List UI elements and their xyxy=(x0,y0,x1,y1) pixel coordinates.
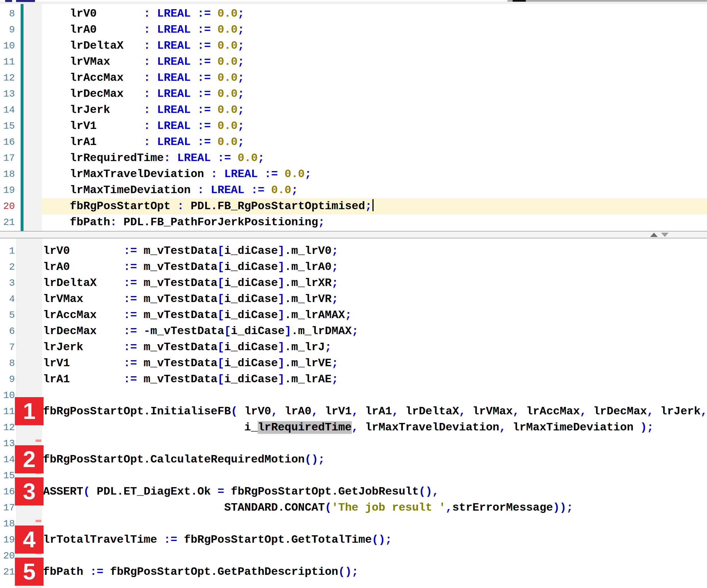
line-margin xyxy=(16,259,42,275)
code-line[interactable]: 4lrVMax := m_vTestData[i_diCase].m_lrVR; xyxy=(0,291,707,307)
line-margin xyxy=(16,134,42,150)
code-line[interactable]: 6lrDecMax := -m_vTestData[i_diCase].m_lr… xyxy=(0,323,707,339)
token: := xyxy=(124,261,144,273)
line-number: 17 xyxy=(0,150,16,166)
line-number: 12 xyxy=(0,70,16,86)
line-margin xyxy=(16,355,42,371)
token: .m_lrJ xyxy=(285,341,325,354)
token: i_diCase xyxy=(224,277,278,289)
code-text: fbPath := fbRgPosStartOpt.GetPathDescrip… xyxy=(42,564,707,580)
token: lrJerk xyxy=(43,104,144,116)
token: ] xyxy=(278,245,284,257)
step-badge-4: 4 xyxy=(15,525,43,554)
token: : xyxy=(177,200,191,213)
code-line[interactable]: 8 lrV0 : LREAL := 0.0; xyxy=(0,6,707,22)
token: : LREAL := xyxy=(197,184,271,197)
code-line[interactable]: 21fbPath := fbRgPosStartOpt.GetPathDescr… xyxy=(0,564,707,580)
token: ; xyxy=(345,309,351,321)
token: ; xyxy=(238,39,244,52)
declaration-pane[interactable]: 8 lrV0 : LREAL := 0.0;9 lrA0 : LREAL := … xyxy=(0,4,707,231)
step-badge-5: 5 xyxy=(15,558,43,586)
token: lrDecMax xyxy=(593,405,647,418)
code-line[interactable]: 3lrDeltaX := m_vTestData[i_diCase].m_lrX… xyxy=(0,275,707,291)
token: m_vTestData xyxy=(144,293,217,306)
token: ( xyxy=(325,501,331,514)
implementation-lines: 1lrV0 := m_vTestData[i_diCase].m_lrV0;2l… xyxy=(0,238,707,580)
code-line[interactable]: 15 xyxy=(0,468,707,484)
code-line[interactable]: 14fbRgPosStartOpt.CalculateRequiredMotio… xyxy=(0,452,707,468)
code-line[interactable]: 20 fbRgPosStartOpt : PDL.FB_RgPosStartOp… xyxy=(0,198,707,214)
code-text: lrDeltaX : LREAL := 0.0; xyxy=(42,38,707,54)
line-margin xyxy=(16,323,42,339)
code-line[interactable]: 16 lrA1 : LREAL := 0.0; xyxy=(0,134,707,150)
code-line[interactable]: 17 lrRequiredTime: LREAL := 0.0; xyxy=(0,150,707,166)
token: i_diCase xyxy=(224,261,278,273)
token: lrJerk xyxy=(43,341,124,354)
token: ); xyxy=(634,421,654,434)
code-line[interactable]: 1lrV0 := m_vTestData[i_diCase].m_lrV0; xyxy=(0,243,707,259)
token: fbPath xyxy=(43,216,110,229)
code-line[interactable]: 10 xyxy=(0,387,707,404)
token: lrMaxTravelDeviation xyxy=(43,168,211,180)
token: 0.0 xyxy=(217,72,238,84)
code-line[interactable]: 16ASSERT( PDL.ET_DiagExt.Ok = fbRgPosSta… xyxy=(0,484,707,500)
code-line[interactable]: 15 lrV1 : LREAL := 0.0; xyxy=(0,118,707,134)
code-line[interactable]: 13 lrDecMax : LREAL := 0.0; xyxy=(0,86,707,102)
splitter-collapse-up-icon[interactable] xyxy=(650,233,658,237)
pane-splitter[interactable] xyxy=(0,231,707,238)
code-line[interactable]: 9lrA1 := m_vTestData[i_diCase].m_lrAE; xyxy=(0,371,707,387)
code-line[interactable]: 19 lrMaxTimeDeviation : LREAL := 0.0; xyxy=(0,182,707,198)
splitter-collapse-down-icon[interactable] xyxy=(661,233,669,237)
token: 0.0 xyxy=(217,120,238,132)
token: lrV1 xyxy=(325,405,352,418)
code-line[interactable]: 11fbRgPosStartOpt.InitialiseFB( lrV0, lr… xyxy=(0,404,707,419)
token: ; xyxy=(365,200,372,213)
code-text: i_lrRequiredTime, lrMaxTravelDeviation, … xyxy=(42,419,707,436)
token: : LREAL := xyxy=(144,56,217,68)
line-number: 20 xyxy=(0,548,16,564)
code-text xyxy=(42,516,707,532)
token: lrMaxTimeDeviation xyxy=(513,421,633,434)
token: : LREAL := xyxy=(144,24,217,36)
implementation-pane[interactable]: 1lrV0 := m_vTestData[i_diCase].m_lrV0;2l… xyxy=(0,238,707,588)
code-text: lrMaxTimeDeviation : LREAL := 0.0; xyxy=(42,182,707,198)
code-line[interactable]: 14 lrJerk : LREAL := 0.0; xyxy=(0,102,707,118)
code-line[interactable]: 7lrJerk := m_vTestData[i_diCase].m_lrJ; xyxy=(0,339,707,355)
clipped-text-artifact xyxy=(16,0,35,2)
code-line[interactable]: 21 fbPath: PDL.FB_PathForJerkPositioning… xyxy=(0,214,707,230)
step-badge-1: 1 xyxy=(15,397,43,425)
code-line[interactable]: 2lrA0 := m_vTestData[i_diCase].m_lrA0; xyxy=(0,259,707,275)
line-number: 3 xyxy=(0,275,16,291)
code-line[interactable]: 13 xyxy=(0,436,707,452)
code-line[interactable]: 18 xyxy=(0,516,707,532)
token: [ xyxy=(224,325,231,338)
token: ( xyxy=(83,485,97,498)
token: ] xyxy=(278,357,284,370)
token: fbRgPosStartOpt xyxy=(43,200,177,213)
token: ; xyxy=(238,104,244,116)
code-line[interactable]: 19lrTotalTravelTime := fbRgPosStartOpt.G… xyxy=(0,532,707,548)
token: 0.0 xyxy=(285,168,305,180)
code-line[interactable]: 11 lrVMax : LREAL := 0.0; xyxy=(0,54,707,70)
token: m_vTestData xyxy=(144,245,217,257)
code-line[interactable]: 5lrAccMax := m_vTestData[i_diCase].m_lrA… xyxy=(0,307,707,323)
line-margin xyxy=(16,6,42,22)
token: : LREAL := xyxy=(211,168,284,180)
token: 0.0 xyxy=(271,184,291,197)
token: lrTotalTravelTime xyxy=(43,533,164,546)
code-line[interactable]: 12 i_lrRequiredTime, lrMaxTravelDeviatio… xyxy=(0,419,707,436)
token: (), xyxy=(419,485,439,498)
code-line[interactable]: 8lrV1 := m_vTestData[i_diCase].m_lrVE; xyxy=(0,355,707,371)
line-margin xyxy=(16,102,42,118)
code-line[interactable]: 12 lrAccMax : LREAL := 0.0; xyxy=(0,70,707,86)
line-number: 20 xyxy=(0,198,16,214)
code-text: lrA0 : LREAL := 0.0; xyxy=(42,22,707,38)
code-line[interactable]: 20 xyxy=(0,548,707,564)
token: .m_lrAE xyxy=(285,373,332,386)
token: fbRgPosStartOpt.InitialiseFB xyxy=(43,405,231,418)
code-line[interactable]: 18 lrMaxTravelDeviation : LREAL := 0.0; xyxy=(0,166,707,182)
code-line[interactable]: 17 STANDARD.CONCAT('The job result ',str… xyxy=(0,500,707,516)
code-line[interactable]: 10 lrDeltaX : LREAL := 0.0; xyxy=(0,38,707,54)
code-line[interactable]: 9 lrA0 : LREAL := 0.0; xyxy=(0,22,707,38)
token: 'The job result ' xyxy=(331,501,445,514)
